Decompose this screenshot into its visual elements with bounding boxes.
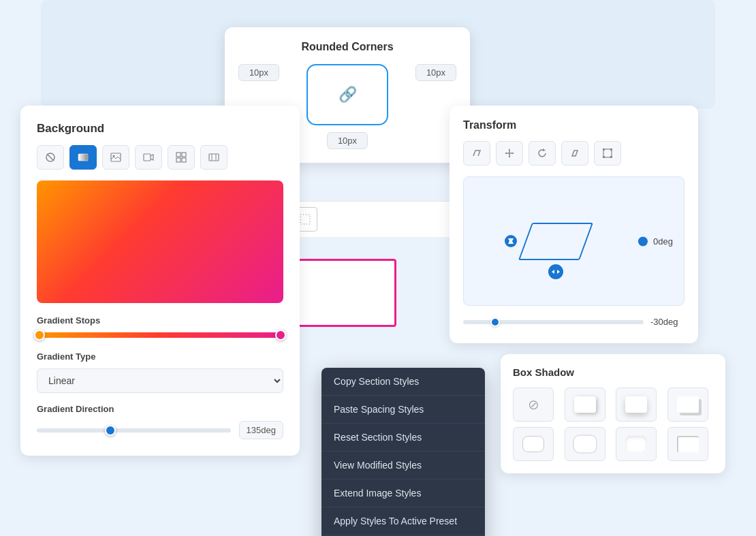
shadow-none[interactable]: ⊘ [513, 388, 554, 422]
transform-tools [463, 141, 684, 165]
transform-arrows-dot [548, 264, 563, 279]
rc-bottom-input[interactable] [327, 132, 368, 149]
svg-rect-11 [176, 158, 180, 162]
svg-rect-6 [111, 153, 121, 161]
transform-tool-parallelogram[interactable] [561, 141, 588, 165]
context-menu: Copy Section Styles Paste Spacing Styles… [321, 368, 485, 536]
direction-slider[interactable] [37, 428, 231, 432]
shadow-demo-4 [522, 436, 544, 452]
svg-rect-9 [176, 153, 180, 157]
svg-rect-8 [144, 154, 151, 161]
gradient-type-row: Gradient Type Linear Radial [37, 351, 283, 393]
box-shadow-title: Box Shadow [513, 366, 713, 378]
rc-top-right [415, 64, 456, 81]
direction-thumb[interactable] [105, 425, 116, 436]
transform-panel: Transform 0deg [450, 106, 698, 343]
transform-tool-resize[interactable] [594, 141, 621, 165]
transform-preview: 0deg [463, 176, 684, 306]
svg-rect-12 [182, 158, 186, 162]
context-menu-item-copy[interactable]: Copy Section Styles [321, 368, 485, 396]
gradient-direction-section: Gradient Direction 135deg [37, 404, 283, 439]
svg-marker-32 [557, 270, 560, 274]
context-menu-item-apply[interactable]: Apply Styles To Active Preset [321, 507, 485, 535]
transform-tool-skew[interactable] [463, 141, 490, 165]
gradient-type-label: Gradient Type [37, 351, 283, 362]
gradient-slider-row [37, 332, 283, 338]
gradient-stops-label: Gradient Stops [37, 315, 283, 326]
svg-rect-5 [78, 154, 88, 161]
shadow-demo-6 [625, 436, 647, 452]
gradient-direction-label: Gradient Direction [37, 404, 283, 414]
context-menu-item-view[interactable]: View Modified Styles [321, 452, 485, 479]
bg-type-pattern[interactable] [168, 145, 195, 170]
svg-marker-31 [552, 270, 554, 274]
gradient-thumb-left[interactable] [34, 330, 45, 341]
transform-tool-move[interactable] [496, 141, 523, 165]
svg-line-4 [47, 154, 54, 161]
rc-top-right-input[interactable] [415, 64, 456, 81]
bg-type-custom[interactable] [200, 145, 227, 170]
rc-center: 🔗 [286, 64, 409, 125]
shadow-demo-3 [677, 396, 699, 413]
svg-rect-13 [209, 154, 219, 161]
transform-title: Transform [463, 119, 684, 131]
rc-top-left-input[interactable] [238, 64, 279, 81]
context-menu-item-extend[interactable]: Extend Image Styles [321, 479, 485, 507]
rounded-corners-title: Rounded Corners [238, 41, 456, 53]
gradient-preview [37, 180, 283, 303]
shadow-demo-1 [574, 396, 596, 413]
direction-value: 135deg [239, 421, 283, 439]
shadow-demo-2 [625, 396, 647, 413]
parallelogram-shape [518, 223, 593, 260]
gradient-type-select[interactable]: Linear Radial [37, 368, 283, 393]
skew-thumb[interactable] [490, 317, 500, 327]
rotate-value-container: 0deg [638, 236, 673, 247]
rotate-dot [638, 236, 648, 246]
svg-rect-27 [603, 156, 605, 158]
context-menu-item-reset[interactable]: Reset Section Styles [321, 424, 485, 452]
rotate-value: 0deg [653, 236, 673, 247]
background-panel-title: Background [37, 122, 283, 136]
skew-value: -30deg [650, 317, 684, 327]
svg-rect-26 [610, 148, 612, 151]
svg-rect-28 [610, 156, 612, 158]
shadow-medium[interactable] [616, 388, 657, 422]
box-shadow-panel: Box Shadow ⊘ [501, 354, 725, 473]
shadow-options-row-1: ⊘ [513, 388, 713, 422]
transform-shape-container [525, 223, 586, 260]
bg-type-image[interactable] [102, 145, 129, 170]
bg-type-video[interactable] [135, 145, 162, 170]
pink-border-rect [298, 259, 396, 327]
svg-rect-25 [603, 148, 605, 151]
bg-type-gradient[interactable] [69, 145, 97, 170]
gradient-direction-row: 135deg [37, 421, 283, 439]
background-type-row [37, 145, 283, 170]
shadow-border[interactable] [667, 427, 708, 461]
svg-marker-23 [572, 151, 578, 156]
shadow-outline[interactable] [565, 427, 605, 461]
shadow-options-row-2 [513, 427, 713, 461]
gradient-thumb-right[interactable] [275, 330, 286, 341]
rc-top-left [238, 64, 279, 81]
svg-rect-10 [182, 153, 186, 157]
shadow-demo-7 [677, 436, 699, 452]
no-shadow-icon: ⊘ [528, 396, 539, 413]
bg-type-none[interactable] [37, 145, 64, 170]
link-icon: 🔗 [338, 86, 357, 104]
svg-marker-22 [543, 148, 546, 151]
shadow-demo-5 [574, 436, 596, 452]
shadow-soft[interactable] [565, 388, 605, 422]
transform-tool-rotate[interactable] [529, 141, 556, 165]
skew-slider[interactable] [463, 320, 644, 324]
transform-top-dot [505, 235, 517, 247]
shadow-hard[interactable] [667, 388, 708, 422]
svg-rect-2 [300, 215, 310, 224]
context-menu-item-paste[interactable]: Paste Spacing Styles [321, 396, 485, 424]
gradient-slider-track[interactable] [37, 332, 283, 338]
shadow-inset[interactable] [616, 427, 657, 461]
background-panel: Background Gradient Stops Gradient Type [20, 106, 300, 456]
rc-icon-box: 🔗 [306, 64, 388, 125]
shadow-rounded[interactable] [513, 427, 554, 461]
skew-slider-row: -30deg [463, 317, 684, 327]
